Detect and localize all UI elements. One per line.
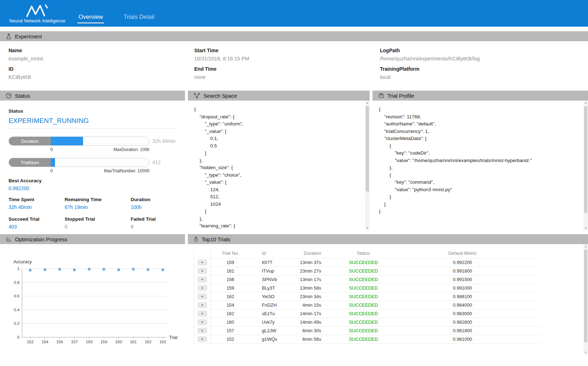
scrollbar-thumb[interactable]	[366, 106, 369, 192]
flask-icon	[6, 33, 12, 39]
remaining-time-value: 67h 19min	[65, 204, 131, 210]
trial-id-cell: Uvk7y	[250, 318, 296, 326]
trialnum-progress-label: TrialNum	[9, 158, 51, 167]
scroll-up-arrow[interactable]: ▲	[583, 244, 588, 249]
duration-cell: 13min 37s	[296, 258, 342, 267]
failed-trial-label: Failed Trial	[131, 216, 176, 222]
scroll-down-arrow[interactable]: ▼	[583, 350, 588, 355]
status-cell: SUCCEEDED	[342, 284, 385, 292]
logpath-value: /home/quzha/nni/experiments/KCiBytKB/log	[380, 56, 566, 61]
experiment-details: Name example_mnist ID KCiBytKB Start Tim…	[0, 41, 588, 85]
duration-cell: 23min 34s	[296, 292, 342, 301]
svg-text:0.2: 0.2	[14, 321, 20, 325]
table-row: + 154 FnDZH 4min 15s SUCCEEDED 0.984000	[194, 301, 540, 309]
expand-cell: +	[194, 292, 211, 301]
scrollbar-thumb[interactable]	[584, 106, 587, 213]
name-value: example_mnist	[9, 56, 194, 61]
expand-row-button[interactable]: +	[198, 319, 207, 325]
svg-text:154: 154	[42, 340, 49, 344]
svg-text:Trial: Trial	[169, 335, 178, 340]
status-cell: SUCCEEDED	[342, 258, 385, 267]
trialnum-progress-fill	[51, 158, 55, 167]
medal-icon	[194, 236, 198, 242]
duration-cell: 13min 58s	[296, 284, 342, 292]
search-space-scrollbar[interactable]: ▲ ▼	[365, 101, 370, 231]
status-cell: SUCCEEDED	[342, 309, 385, 318]
trial-profile-section-bar: Trial Profile	[372, 91, 588, 101]
duration-cell: 23min 27s	[296, 267, 342, 275]
time-spent-label: Time Spent	[9, 197, 65, 202]
duration-column-header: Duration	[296, 248, 342, 258]
duration-stat-label: Duration	[131, 197, 176, 202]
expand-row-button[interactable]: +	[198, 328, 207, 333]
tab-overview[interactable]: Overview	[77, 14, 104, 23]
trial-id-cell: sEzTu	[250, 309, 296, 318]
status-cell: SUCCEEDED	[342, 335, 385, 343]
table-row: + 162 YeI3O 23min 34s SUCCEEDED 0.986100	[194, 292, 540, 301]
id-value: KCiBytKB	[9, 74, 194, 80]
top10-table-body: + 159 t0I7T 13min 37s SUCCEEDED 0.992200…	[194, 258, 540, 343]
trialnum-progress-value: 412	[152, 160, 176, 165]
tab-trials-detail[interactable]: Trials Detail	[123, 14, 156, 23]
id-column-header: Id	[250, 248, 296, 258]
status-cell: SUCCEEDED	[342, 292, 385, 301]
branch-icon	[194, 93, 200, 98]
trialnum-max: MaxTrialNumber: 10000	[104, 168, 149, 173]
table-row: + 159 t0I7T 13min 37s SUCCEEDED 0.992200	[194, 258, 540, 267]
expand-row-button[interactable]: +	[198, 260, 207, 265]
expand-row-button[interactable]: +	[198, 337, 207, 342]
expand-row-button[interactable]: +	[198, 294, 207, 299]
duration-progress-fill	[51, 137, 83, 145]
experiment-section-bar: Experiment	[0, 31, 588, 41]
accuracy-chart: 00.20.40.60.8115215415615715915916016116…	[4, 248, 181, 347]
name-label: Name	[9, 48, 194, 53]
duration-cell: 13min 17s	[296, 275, 342, 284]
logpath-label: LogPath	[380, 48, 566, 53]
trial-profile-scrollbar[interactable]: ▲ ▼	[583, 101, 588, 231]
duration-progress-bar: Duration	[9, 136, 149, 146]
scroll-down-arrow[interactable]: ▼	[583, 226, 588, 231]
svg-text:159: 159	[86, 340, 92, 344]
expand-row-button[interactable]: +	[198, 311, 207, 316]
svg-text:156: 156	[56, 340, 63, 344]
expand-cell: +	[194, 326, 211, 335]
expand-row-button[interactable]: +	[198, 285, 207, 291]
metric-cell: 0.991500	[385, 275, 540, 284]
trialnum-min: 0	[50, 168, 53, 173]
svg-text:162: 162	[145, 340, 151, 344]
scatter-plot-icon	[6, 236, 12, 242]
failed-trial-value: 9	[131, 224, 176, 230]
remaining-time-label: Remaining Time	[65, 197, 131, 202]
table-row: + 157 gL2JW 6min 30s SUCCEEDED 0.981800	[194, 326, 540, 335]
status-panel: Status Status EXPERIMENT_RUNNING Duratio…	[0, 91, 185, 231]
top10-scrollbar[interactable]: ▲ ▼	[583, 244, 588, 355]
trial-id-cell: BLy3T	[250, 284, 296, 292]
svg-text:152: 152	[27, 340, 33, 344]
section-title-trial-profile: Trial Profile	[387, 93, 414, 99]
expand-row-button[interactable]: +	[198, 268, 207, 274]
expand-row-button[interactable]: +	[198, 302, 207, 308]
scroll-up-arrow[interactable]: ▲	[365, 101, 370, 106]
top-navigation-bar: Neural Network Intelligence Overview Tri…	[0, 0, 588, 27]
duration-cell: 6min 30s	[296, 326, 342, 335]
status-cell: SUCCEEDED	[342, 326, 385, 335]
default-metric-column-header: Default Metric	[385, 248, 540, 258]
duration-cell: 14min 17s	[296, 309, 342, 318]
trial-no-cell: 159	[211, 258, 250, 267]
scroll-down-arrow[interactable]: ▼	[365, 226, 370, 231]
trial-profile-json: { "revision": 11768, "authorName": "defa…	[372, 101, 588, 231]
metric-cell: 0.982600	[385, 318, 540, 326]
status-cell: SUCCEEDED	[342, 275, 385, 284]
table-header-row: Trial No. Id Duration Status Default Met…	[194, 248, 540, 258]
expand-row-button[interactable]: +	[198, 277, 207, 282]
nni-logo-mark	[24, 4, 50, 18]
duration-progress: Duration 32h 40min 0 MaxDuration: 100h	[9, 136, 176, 152]
scroll-up-arrow[interactable]: ▲	[583, 101, 588, 106]
metric-cell: 0.991000	[385, 284, 540, 292]
nni-logo: Neural Network Intelligence	[9, 0, 65, 27]
svg-text:157: 157	[71, 340, 78, 344]
metric-cell: 0.991800	[385, 267, 540, 275]
top10-table: Trial No. Id Duration Status Default Met…	[194, 248, 540, 344]
table-row: + 159 BLy3T 13min 58s SUCCEEDED 0.991000	[194, 284, 540, 292]
scrollbar-thumb[interactable]	[584, 250, 587, 342]
